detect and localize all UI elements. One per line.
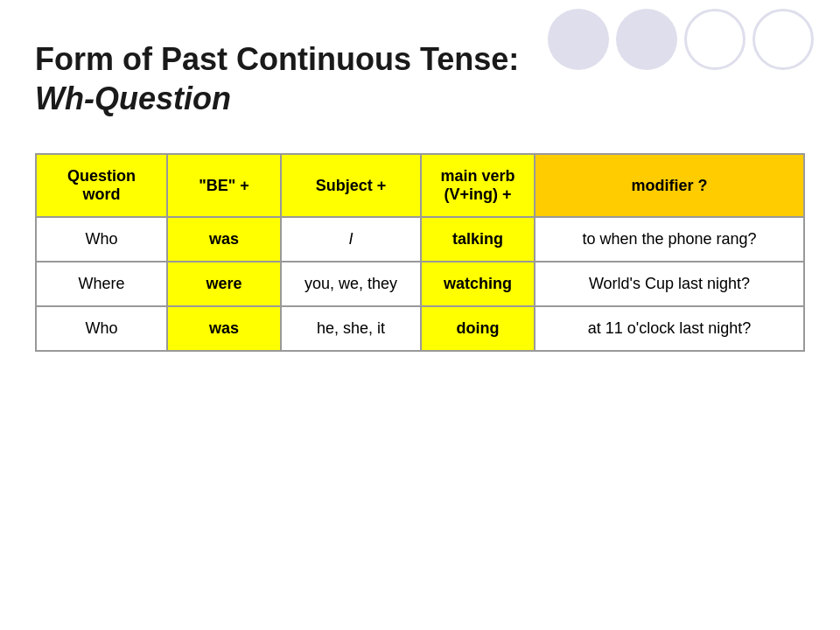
- page-container: Form of Past Continuous Tense: Wh-Questi…: [0, 0, 840, 630]
- header-qword: Question word: [36, 154, 167, 217]
- circle-1: [548, 9, 609, 70]
- row3-subject: he, she, it: [281, 306, 421, 351]
- row2-subject: you, we, they: [281, 262, 421, 306]
- table-row: Who was I talking to when the phone rang…: [36, 217, 804, 262]
- circle-4: [752, 9, 814, 70]
- table-row: Who was he, she, it doing at 11 o'clock …: [36, 306, 804, 351]
- row1-mainverb: talking: [421, 217, 535, 262]
- table-header-row: Question word "BE" + Subject + main verb…: [36, 154, 804, 217]
- row3-modifier: at 11 o'clock last night?: [535, 306, 804, 351]
- header-subject: Subject +: [281, 154, 421, 217]
- row1-subject: I: [281, 217, 421, 262]
- row2-qword: Where: [36, 262, 167, 306]
- header-modifier: modifier ?: [535, 154, 804, 217]
- row1-be: was: [167, 217, 281, 262]
- header-mainverb: main verb (V+ing) +: [421, 154, 535, 217]
- row2-modifier: World's Cup last night?: [535, 262, 804, 306]
- grammar-table: Question word "BE" + Subject + main verb…: [35, 153, 805, 352]
- row3-qword: Who: [36, 306, 167, 351]
- row3-mainverb: doing: [421, 306, 535, 351]
- row2-be: were: [167, 262, 281, 306]
- title-line1: Form of Past Continuous Tense:: [35, 41, 519, 77]
- row2-mainverb: watching: [421, 262, 535, 306]
- row1-modifier: to when the phone rang?: [535, 217, 804, 262]
- circle-2: [616, 9, 677, 70]
- title-line2: Wh-Question: [35, 80, 231, 116]
- decorative-circles: [548, 9, 814, 70]
- circle-3: [684, 9, 746, 70]
- table-row: Where were you, we, they watching World'…: [36, 262, 804, 306]
- row1-qword: Who: [36, 217, 167, 262]
- row3-be: was: [167, 306, 281, 351]
- header-be: "BE" +: [167, 154, 281, 217]
